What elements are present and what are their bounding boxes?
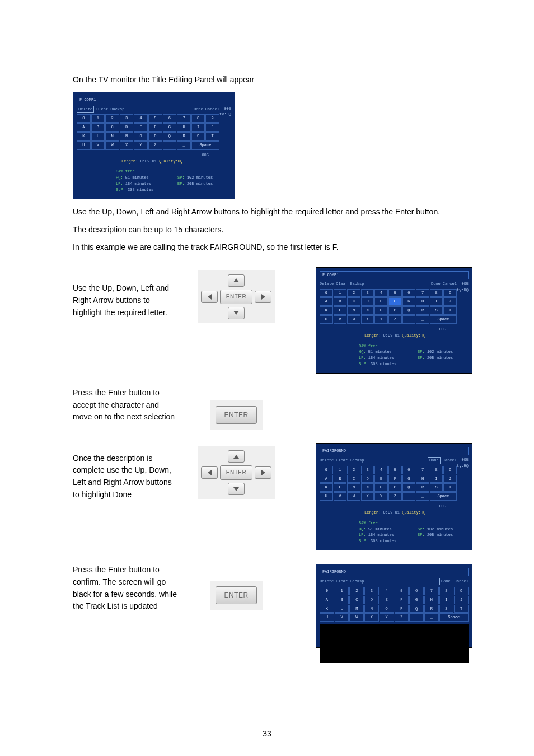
key-4: 4 [134, 114, 148, 123]
key-space: Space [191, 141, 219, 150]
key-1: 1 [334, 289, 347, 297]
enter-button[interactable]: ENTER [220, 465, 252, 480]
tv-action-row: Delete Clear Backsp Done Cancel [77, 106, 219, 113]
key-U: U [77, 141, 91, 150]
step-4-text: Press the Enter button to confirm. The s… [73, 564, 186, 613]
key-V: V [334, 492, 347, 501]
key-Y: Y [380, 613, 394, 622]
key-A: A [320, 297, 333, 306]
key-T: T [443, 483, 457, 492]
key-H: H [177, 123, 191, 132]
tv-clear: Clear [96, 106, 108, 113]
key-J: J [443, 297, 457, 306]
key-C: C [347, 475, 360, 483]
key-8: 8 [430, 466, 443, 474]
key-G: G [163, 123, 177, 132]
key-Y: Y [374, 492, 388, 501]
key-3: 3 [364, 587, 379, 595]
key-3: 3 [361, 289, 374, 297]
key-U: U [320, 492, 333, 501]
key-.: . [402, 492, 416, 501]
key-C: C [105, 123, 119, 132]
key-7: 7 [416, 466, 429, 474]
tv-keypad: 0123456789ABCDEFGHIJKLMNOPQRSTUVWXYZ._Sp… [77, 114, 219, 149]
key-Z: Z [388, 492, 402, 501]
enter-button[interactable]: ENTER [216, 586, 257, 604]
key-I: I [191, 123, 205, 132]
key-2: 2 [349, 587, 364, 595]
key-6: 6 [163, 114, 177, 123]
key-B: B [335, 596, 349, 604]
key-R: R [177, 132, 191, 141]
key-8: 8 [191, 114, 205, 123]
key-W: W [347, 492, 360, 501]
key-5: 5 [388, 289, 402, 297]
key-space: Space [430, 315, 457, 324]
arrow-left-icon[interactable] [201, 466, 218, 479]
key-I: I [430, 475, 443, 483]
key-K: K [320, 483, 333, 492]
key-V: V [91, 141, 105, 150]
tv-cancel: Cancel [205, 106, 219, 113]
key-L: L [335, 605, 349, 613]
arrow-left-icon[interactable] [201, 291, 218, 303]
key-P: P [148, 132, 162, 141]
key-5: 5 [395, 587, 409, 595]
tv-screenshot-initial: F COMP1 Delete Clear Backsp Done Cancel … [73, 92, 235, 199]
key-Y: Y [134, 141, 148, 150]
key-D: D [364, 596, 379, 604]
key-7: 7 [424, 587, 439, 595]
key-Y: Y [374, 315, 388, 324]
arrow-up-icon[interactable] [228, 274, 245, 287]
key-1: 1 [91, 114, 105, 123]
key-9: 9 [454, 587, 469, 595]
key-3: 3 [361, 466, 374, 474]
key-J: J [454, 596, 469, 604]
key-P: P [388, 483, 402, 492]
key-F: F [388, 297, 402, 306]
key-Z: Z [388, 315, 402, 324]
key-Q: Q [409, 605, 424, 613]
key-F: F [388, 475, 402, 483]
instruction-1: Use the Up, Down, Left and Right Arrow b… [73, 206, 472, 218]
key-F: F [148, 123, 162, 132]
arrow-down-icon[interactable] [228, 483, 245, 495]
step-2-text: Press the Enter button to accept the cha… [73, 387, 186, 423]
remote-arrow-cluster: ENTER [198, 270, 275, 323]
key-8: 8 [430, 289, 443, 297]
key-4: 4 [374, 289, 388, 297]
arrow-right-icon[interactable] [255, 466, 271, 479]
key-5: 5 [388, 466, 402, 474]
key-D: D [361, 297, 374, 306]
key-I: I [430, 297, 443, 306]
enter-button[interactable]: ENTER [216, 406, 257, 424]
enter-button[interactable]: ENTER [220, 290, 252, 304]
key-J: J [205, 123, 219, 132]
key-Z: Z [148, 141, 162, 150]
key-8: 8 [439, 587, 454, 595]
key-2: 2 [105, 114, 119, 123]
key-T: T [443, 306, 457, 315]
arrow-up-icon[interactable] [228, 450, 245, 463]
key-5: 5 [148, 114, 162, 123]
step-1-text: Use the Up, Down, Left and Right Arrow b… [73, 267, 186, 334]
key-H: H [416, 297, 429, 306]
key-I: I [439, 596, 454, 604]
tv-done-highlighted: Done [428, 457, 441, 464]
key-M: M [347, 306, 360, 315]
key-9: 9 [443, 289, 457, 297]
key-N: N [120, 132, 134, 141]
key-X: X [361, 315, 374, 324]
key-.: . [163, 141, 177, 150]
key-M: M [105, 132, 119, 141]
arrow-right-icon[interactable] [255, 291, 271, 303]
key-Q: Q [402, 483, 416, 492]
key-space: Space [439, 613, 469, 622]
key-3: 3 [120, 114, 134, 123]
key-H: H [416, 475, 429, 483]
key-O: O [134, 132, 148, 141]
arrow-down-icon[interactable] [228, 307, 245, 319]
key-X: X [120, 141, 134, 150]
key-6: 6 [409, 587, 424, 595]
key-_: _ [177, 141, 191, 150]
